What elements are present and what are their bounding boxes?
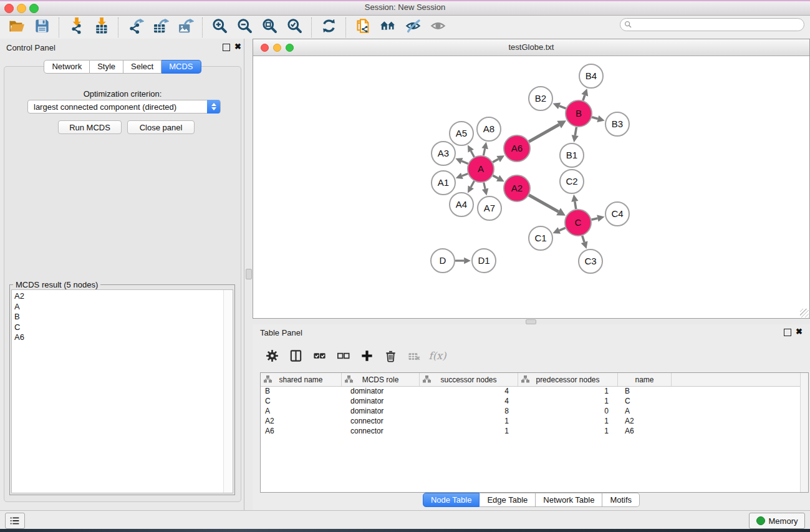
edge-A-A3[interactable] bbox=[461, 161, 468, 163]
memory-label: Memory bbox=[769, 516, 798, 526]
splitter-grip[interactable] bbox=[246, 269, 252, 279]
control-panel: Control Panel ✖ NetworkStyleSelectMCDS O… bbox=[0, 39, 244, 510]
resize-grip-icon[interactable] bbox=[800, 309, 809, 317]
edge-A2-C[interactable] bbox=[529, 195, 558, 212]
list-icon bbox=[9, 515, 21, 527]
node-table: shared nameMCDS rolesuccessor nodesprede… bbox=[260, 372, 809, 493]
cell-predecessor-nodes: 1 bbox=[518, 386, 618, 396]
edge-B-B1[interactable] bbox=[575, 127, 576, 135]
cell-MCDS-role: dominator bbox=[342, 386, 420, 396]
export-image-button[interactable] bbox=[173, 17, 198, 37]
show-columns-button[interactable] bbox=[284, 347, 307, 367]
column-header-predecessor-nodes[interactable]: predecessor nodes bbox=[518, 373, 618, 386]
result-item[interactable]: B bbox=[14, 312, 233, 322]
new-column-button[interactable] bbox=[355, 347, 378, 367]
node-label-B1: B1 bbox=[566, 150, 577, 160]
new-network-from-selection-button[interactable] bbox=[350, 17, 375, 37]
table-scrollbar[interactable] bbox=[800, 373, 808, 492]
network-canvas[interactable]: B4B2BB3A5A8A6A3B1AA1C2A2A4A7C4CC1C3DD1 bbox=[253, 56, 809, 318]
show-hidden-button[interactable] bbox=[425, 17, 450, 37]
control-panel-body: NetworkStyleSelectMCDS Optimization crit… bbox=[4, 66, 241, 502]
edge-A-A1[interactable] bbox=[462, 174, 468, 176]
arrowhead-icon bbox=[581, 89, 588, 97]
close-panel-icon[interactable]: ✖ bbox=[796, 327, 803, 336]
deselect-all-button[interactable] bbox=[331, 347, 355, 367]
arrowhead-icon bbox=[597, 115, 604, 122]
node-label-A7: A7 bbox=[484, 203, 495, 213]
tab-mcds[interactable]: MCDS bbox=[162, 60, 201, 74]
cell-shared-name: B bbox=[261, 386, 342, 396]
horizontal-splitter[interactable] bbox=[253, 319, 810, 324]
zoom-selected-button[interactable] bbox=[282, 17, 307, 37]
table-row[interactable]: Adominator80A bbox=[261, 406, 801, 416]
export-table-button[interactable] bbox=[148, 17, 173, 37]
close-panel-icon[interactable]: ✖ bbox=[234, 42, 241, 51]
float-panel-icon[interactable] bbox=[223, 44, 230, 51]
run-mcds-button[interactable]: Run MCDS bbox=[58, 120, 122, 134]
result-item[interactable]: A6 bbox=[14, 332, 233, 343]
edge-C-C3[interactable] bbox=[582, 236, 584, 242]
table-header: shared nameMCDS rolesuccessor nodesprede… bbox=[261, 373, 801, 387]
table-row[interactable]: Bdominator41B bbox=[261, 386, 801, 396]
optimization-criterion-select[interactable]: largest connected component (directed) bbox=[27, 100, 221, 114]
zoom-fit-button[interactable] bbox=[257, 17, 282, 37]
column-header-shared-name[interactable]: shared name bbox=[261, 373, 342, 386]
edge-A-A2[interactable] bbox=[493, 175, 498, 178]
cell-successor-nodes: 4 bbox=[420, 396, 518, 406]
delete-columns-button[interactable] bbox=[378, 347, 402, 367]
edge-B-B3[interactable] bbox=[592, 117, 598, 119]
edge-C-C4[interactable] bbox=[591, 218, 597, 220]
list-scrollbar[interactable] bbox=[223, 290, 233, 493]
edge-C-C1[interactable] bbox=[559, 228, 566, 230]
edge-B-B2[interactable] bbox=[559, 106, 566, 109]
edge-A6-B[interactable] bbox=[529, 125, 559, 142]
column-label: predecessor nodes bbox=[536, 375, 599, 384]
table-mode-button[interactable] bbox=[260, 347, 284, 367]
select-all-button[interactable] bbox=[307, 347, 331, 367]
import-network-button[interactable] bbox=[64, 17, 89, 37]
table-row[interactable]: A6connector11A6 bbox=[261, 426, 801, 436]
home-view-button[interactable] bbox=[375, 17, 400, 37]
tab-motifs[interactable]: Motifs bbox=[602, 493, 640, 507]
export-network-button[interactable] bbox=[123, 17, 148, 37]
edge-A-A7[interactable] bbox=[484, 182, 485, 188]
edge-A-A8[interactable] bbox=[483, 148, 485, 155]
edge-C-C2[interactable] bbox=[575, 201, 576, 209]
column-header-MCDS-role[interactable]: MCDS role bbox=[342, 373, 420, 386]
result-item[interactable]: A2 bbox=[14, 291, 233, 302]
table-row[interactable]: A2connector11A2 bbox=[261, 416, 801, 426]
column-header-name[interactable]: name bbox=[618, 373, 672, 386]
save-session-button[interactable] bbox=[29, 17, 54, 37]
vertical-splitter[interactable] bbox=[244, 39, 253, 510]
result-item[interactable]: C bbox=[14, 322, 233, 333]
edge-A-A5[interactable] bbox=[471, 151, 474, 157]
tab-node-table[interactable]: Node Table bbox=[423, 493, 480, 507]
result-item[interactable]: A bbox=[14, 302, 233, 312]
close-panel-button[interactable]: Close panel bbox=[127, 120, 195, 134]
zoom-in-button[interactable] bbox=[207, 17, 232, 37]
memory-button[interactable]: Memory bbox=[749, 513, 805, 529]
tab-style[interactable]: Style bbox=[90, 60, 123, 74]
edge-A-A4[interactable] bbox=[471, 181, 474, 187]
splitter-grip[interactable] bbox=[526, 319, 536, 324]
export-image-icon bbox=[177, 17, 194, 37]
edge-A-A6[interactable] bbox=[493, 159, 498, 162]
tab-network[interactable]: Network bbox=[44, 60, 90, 74]
home-view-icon bbox=[380, 17, 397, 37]
tab-select[interactable]: Select bbox=[123, 60, 162, 74]
import-table-button[interactable] bbox=[89, 17, 113, 37]
task-history-button[interactable] bbox=[5, 513, 25, 529]
zoom-out-button[interactable] bbox=[232, 17, 257, 37]
tab-edge-table[interactable]: Edge Table bbox=[480, 493, 536, 507]
edge-B-B4[interactable] bbox=[583, 95, 585, 100]
hide-selected-button[interactable] bbox=[400, 17, 425, 37]
tab-network-table[interactable]: Network Table bbox=[536, 493, 602, 507]
refresh-button[interactable] bbox=[316, 17, 341, 37]
mcds-result-list[interactable]: A2ABCA6 bbox=[11, 289, 233, 493]
node-label-A2: A2 bbox=[511, 183, 523, 193]
table-row[interactable]: Cdominator41C bbox=[261, 396, 801, 406]
open-session-button[interactable] bbox=[4, 17, 29, 37]
column-header-successor-nodes[interactable]: successor nodes bbox=[420, 373, 518, 386]
float-panel-icon[interactable] bbox=[784, 329, 791, 336]
search-input[interactable] bbox=[620, 18, 804, 31]
